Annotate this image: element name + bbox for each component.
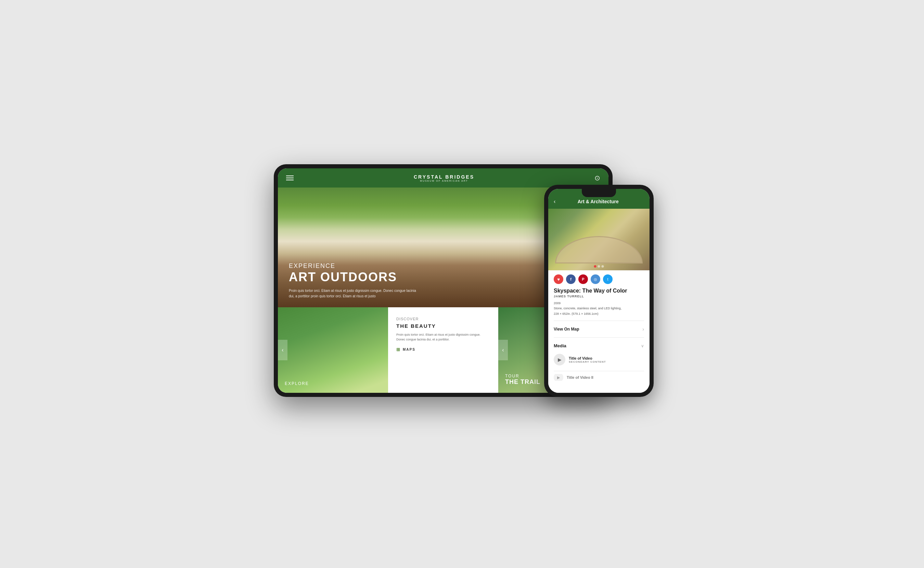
dot-2[interactable] — [598, 265, 600, 267]
grid-prev-arrow[interactable]: ‹ — [278, 340, 287, 360]
view-on-map-row[interactable]: View On Map › — [554, 324, 644, 335]
scene: CRYSTAL BRIDGES MUSEUM OF AMERICAN ART ⊙… — [274, 164, 650, 404]
maps-cta-button[interactable]: ⊞ MAPS — [396, 347, 490, 352]
artwork-dimensions: 228 × 652in. (579.1 × 1656.1cm) — [554, 312, 599, 316]
divider-3 — [554, 371, 644, 371]
phone-page-title: Art & Architecture — [560, 199, 637, 204]
grid-explore-overlay: EXPLORE — [278, 374, 388, 393]
media-item-1-subtitle: SECONDARY CONTENT — [569, 360, 606, 363]
dot-3[interactable] — [602, 265, 604, 267]
social-share-icons: ♥ f P ◎ t — [554, 274, 644, 284]
media-section-header[interactable]: Media ∨ — [554, 340, 644, 351]
media-item-1-info: Title of Video SECONDARY CONTENT — [569, 356, 606, 363]
media-section-chevron: ∨ — [641, 343, 644, 348]
divider-1 — [554, 320, 644, 321]
phone-notch — [582, 189, 616, 197]
media-section-title: Media — [554, 343, 566, 348]
grid-cell-discover: DISCOVER THE BEAUTY Proin quis tortor or… — [388, 307, 498, 393]
media-item-1-title: Title of Video — [569, 356, 606, 360]
artwork-year: 2009 — [554, 301, 560, 305]
maps-cta-label: MAPS — [403, 347, 415, 351]
phone-back-button[interactable]: ‹ — [554, 198, 556, 205]
dot-1[interactable] — [594, 265, 596, 267]
tablet-logo: CRYSTAL BRIDGES MUSEUM OF AMERICAN ART — [414, 174, 474, 182]
artwork-title: Skyspace: The Way of Color — [554, 287, 644, 294]
media-item-2-icon: ▶ — [554, 374, 563, 381]
divider-2 — [554, 337, 644, 338]
artwork-metadata: 2009 Stone, concrete, stainless steel, a… — [554, 301, 644, 317]
grid-next-arrow[interactable]: ‹ — [498, 340, 508, 360]
logo-main-text: CRYSTAL BRIDGES — [414, 174, 474, 180]
phone-artwork-image — [548, 209, 649, 270]
artwork-medium: Stone, concrete, stainless steel, and LE… — [554, 307, 621, 310]
image-carousel-dots — [594, 265, 604, 267]
artwork-artist: JAMES TURRELL — [554, 295, 644, 298]
view-on-map-arrow: › — [642, 326, 644, 332]
media-item-1[interactable]: ▶ Title of Video SECONDARY CONTENT — [554, 351, 644, 368]
logo-sub-text: MUSEUM OF AMERICAN ART — [414, 180, 474, 182]
media-item-2-title: Title of Video II — [567, 375, 593, 379]
discover-title-sm: DISCOVER — [396, 317, 490, 321]
discover-title-lg: THE BEAUTY — [396, 323, 490, 329]
instagram-share-button[interactable]: ◎ — [591, 274, 600, 284]
view-on-map-label: View On Map — [554, 327, 579, 332]
hamburger-menu-button[interactable] — [286, 175, 294, 180]
maps-icon: ⊞ — [396, 347, 401, 352]
phone-screen: ‹ Art & Architecture ♥ f P — [548, 189, 649, 393]
phone-device: ‹ Art & Architecture ♥ f P — [544, 185, 654, 397]
media-item-2-info: Title of Video II — [567, 375, 593, 379]
grid-cell-garden-photo: ‹ EXPLORE — [278, 307, 388, 393]
media-item-1-icon: ▶ — [554, 354, 565, 366]
media-item-2[interactable]: ▶ Title of Video II — [554, 374, 644, 381]
pinterest-share-button[interactable]: P — [578, 274, 588, 284]
favorite-button[interactable]: ♥ — [554, 274, 563, 284]
phone-content-area: ♥ f P ◎ t Skyspace: The Way of Color JAM… — [548, 270, 649, 393]
explore-label: EXPLORE — [285, 381, 381, 386]
hero-description: Proin quis tortor orci. Etiam at risus e… — [289, 288, 419, 299]
facebook-share-button[interactable]: f — [566, 274, 575, 284]
discover-body: Proin quis tortor orci. Etiam at risus e… — [396, 332, 490, 342]
twitter-share-button[interactable]: t — [603, 274, 613, 284]
camera-icon[interactable]: ⊙ — [595, 174, 600, 182]
